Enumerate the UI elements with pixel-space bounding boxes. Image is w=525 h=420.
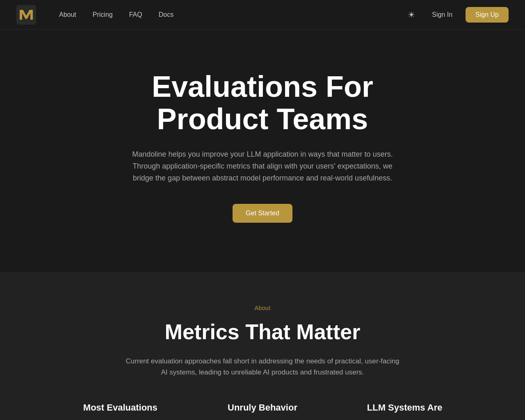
sign-in-button[interactable]: Sign In: [425, 8, 459, 22]
feature-title-2: LLM Systems Are: [342, 402, 468, 413]
nav-right: ☀ Sign In Sign Up: [404, 7, 509, 23]
about-title: Metrics That Matter: [16, 320, 509, 344]
sun-icon: ☀: [408, 10, 415, 20]
nav-link-faq[interactable]: FAQ: [123, 8, 149, 22]
hero-description: Mandoline helps you improve your LLM app…: [123, 148, 402, 184]
feature-title-0: Most Evaluations: [57, 402, 183, 413]
get-started-button[interactable]: Get Started: [233, 204, 292, 223]
features-grid: Most Evaluations Unruly Behavior LLM Sys…: [57, 402, 468, 418]
navbar: About Pricing FAQ Docs ☀ Sign In Sign Up: [0, 0, 525, 30]
about-section-label: About: [16, 305, 509, 311]
feature-item-0: Most Evaluations: [57, 402, 183, 418]
theme-toggle-button[interactable]: ☀: [404, 7, 419, 22]
nav-links: About Pricing FAQ Docs: [52, 8, 404, 22]
feature-item-2: LLM Systems Are: [342, 402, 468, 418]
svg-rect-0: [16, 5, 36, 25]
about-description: Current evaluation approaches fall short…: [123, 356, 402, 378]
nav-link-about[interactable]: About: [52, 8, 83, 22]
logo[interactable]: [16, 5, 36, 25]
feature-title-1: Unruly Behavior: [200, 402, 326, 413]
hero-section: Evaluations For Product Teams Mandoline …: [0, 30, 525, 272]
hero-title: Evaluations For Product Teams: [98, 71, 427, 135]
nav-link-pricing[interactable]: Pricing: [86, 8, 119, 22]
sign-up-button[interactable]: Sign Up: [466, 7, 509, 23]
feature-item-1: Unruly Behavior: [200, 402, 326, 418]
nav-link-docs[interactable]: Docs: [152, 8, 180, 22]
about-section: About Metrics That Matter Current evalua…: [0, 272, 525, 420]
